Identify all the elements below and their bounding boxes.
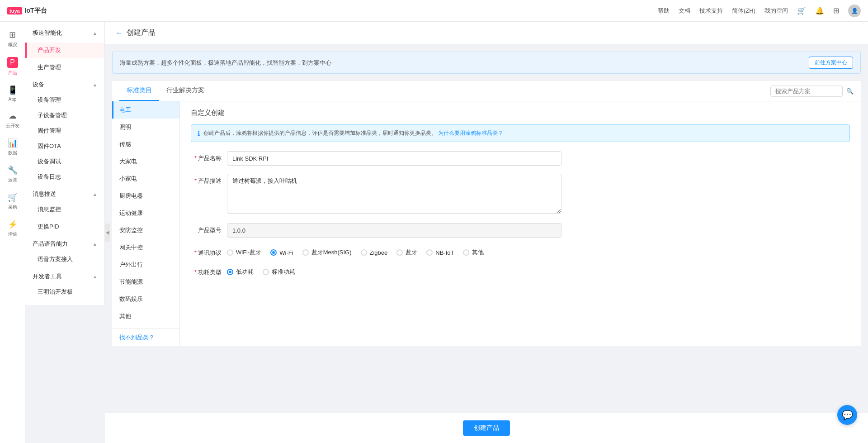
radio-label-ble-mesh: 蓝牙Mesh(SIG) bbox=[311, 248, 352, 257]
section-device-header[interactable]: 设备 ▲ bbox=[25, 77, 104, 92]
sidebar-label-app: App bbox=[9, 97, 17, 102]
form-row-protocol: 通讯协议 WiFi-蓝牙 Wi-Fi bbox=[191, 246, 850, 257]
user-avatar[interactable]: 👤 bbox=[848, 5, 861, 17]
label-power-type: 功耗类型 bbox=[191, 265, 227, 276]
sidebar-item-app[interactable]: 📱 App bbox=[0, 81, 25, 106]
create-product-button[interactable]: 创建产品 bbox=[463, 420, 510, 436]
device-arrow: ▲ bbox=[93, 82, 97, 87]
sidebar-item-ops[interactable]: 🔧 运营 bbox=[0, 161, 25, 188]
input-product-name[interactable] bbox=[227, 151, 561, 166]
bell-icon[interactable]: 🔔 bbox=[815, 6, 824, 15]
input-product-model[interactable] bbox=[227, 223, 561, 238]
section-voice-header[interactable]: 产品语音能力 ▲ bbox=[25, 236, 104, 252]
sidebar-item-device-debug[interactable]: 设备调试 bbox=[25, 154, 104, 169]
form-title: 自定义创建 bbox=[191, 109, 850, 117]
category-item-lighting[interactable]: 照明 bbox=[112, 119, 179, 136]
device-debug-label: 设备调试 bbox=[38, 158, 61, 165]
info-banner-text: 创建产品后，涂鸦将根据你提供的产品信息，评估是否需要增加标准品类，届时通知你更换… bbox=[203, 129, 503, 137]
sidebar-item-value-add[interactable]: ⚡ 增值 bbox=[0, 215, 25, 242]
sidebar-item-production[interactable]: 生产管理 bbox=[25, 60, 104, 75]
app-icon: 📱 bbox=[8, 85, 18, 95]
section-fast-smart-label: 极速智能化 bbox=[33, 29, 62, 37]
radio-protocol-other[interactable]: 其他 bbox=[463, 248, 484, 257]
category-item-sports-health[interactable]: 运动健康 bbox=[112, 205, 179, 222]
category-item-digital[interactable]: 数码娱乐 bbox=[112, 291, 179, 308]
info-banner: ℹ 创建产品后，涂鸦将根据你提供的产品信息，评估是否需要增加标准品类，届时通知你… bbox=[191, 124, 850, 142]
sidebar-item-voice-access[interactable]: 语音方案接入 bbox=[25, 252, 104, 267]
help-link[interactable]: 帮助 bbox=[658, 7, 670, 15]
banner-button[interactable]: 前往方案中心 bbox=[809, 57, 853, 69]
sidebar-item-msg-monitor[interactable]: 消息监控 bbox=[25, 202, 104, 217]
dev-tools-arrow: ▲ bbox=[93, 274, 97, 279]
radio-power-low[interactable]: 低功耗 bbox=[227, 268, 254, 276]
sidebar-item-data[interactable]: 📊 数据 bbox=[0, 133, 25, 161]
sidebar-collapse-toggle[interactable]: ◀ bbox=[105, 224, 110, 242]
sidebar-item-sub-device[interactable]: 子设备管理 bbox=[25, 108, 104, 123]
section-message-header[interactable]: 消息推送 ▲ bbox=[25, 186, 104, 202]
search-icon[interactable]: 🔍 bbox=[846, 88, 854, 95]
section-voice-label: 产品语音能力 bbox=[33, 240, 68, 248]
tech-support-link[interactable]: 技术支持 bbox=[699, 7, 723, 15]
control-product-name bbox=[227, 151, 561, 166]
grid-icon[interactable]: ⊞ bbox=[833, 6, 839, 15]
category-find-link[interactable]: 找不到品类？ bbox=[112, 329, 179, 346]
my-space-link[interactable]: 我的空间 bbox=[764, 7, 788, 15]
second-sidebar: 极速智能化 ▲ 产品开发 生产管理 设备 ▲ bbox=[25, 22, 105, 305]
info-banner-link[interactable]: 为什么要用涂鸦标准品类？ bbox=[438, 130, 503, 136]
tab-industry[interactable]: 行业解决方案 bbox=[159, 81, 212, 101]
category-item-outdoor[interactable]: 户外出行 bbox=[112, 256, 179, 273]
section-dev-tools-header[interactable]: 开发者工具 ▲ bbox=[25, 269, 104, 284]
radio-protocol-bt[interactable]: 蓝牙 bbox=[396, 248, 417, 257]
tabs-right: 🔍 bbox=[763, 86, 861, 97]
sidebar-item-overview[interactable]: ⊞ 概况 bbox=[0, 25, 25, 52]
textarea-product-desc[interactable]: 通过树莓派，接入吐咕机 bbox=[227, 174, 561, 214]
category-item-major-appliance[interactable]: 大家电 bbox=[112, 153, 179, 170]
radio-protocol-ble-mesh[interactable]: 蓝牙Mesh(SIG) bbox=[302, 248, 352, 257]
sidebar-item-purchase[interactable]: 🛒 采购 bbox=[0, 188, 25, 215]
voice-access-label: 语音方案接入 bbox=[38, 256, 73, 262]
category-item-gateway[interactable]: 网关中控 bbox=[112, 239, 179, 256]
category-item-kitchen[interactable]: 厨房电器 bbox=[112, 187, 179, 205]
control-product-model bbox=[227, 223, 561, 238]
search-input[interactable] bbox=[770, 86, 843, 97]
category-item-electrical[interactable]: 电工 bbox=[112, 101, 179, 119]
radio-circle-wifi-bt bbox=[227, 249, 233, 256]
category-item-energy[interactable]: 节能能源 bbox=[112, 273, 179, 291]
left-sidebar: ⊞ 概况 P 产品 📱 App ☁ 云开发 📊 数据 🔧 运营 🛒 采购 ⚡ bbox=[0, 22, 25, 443]
language-switcher[interactable]: 简体(ZH) bbox=[732, 7, 755, 15]
section-replace-pid: 更换PID bbox=[25, 219, 104, 234]
category-item-small-appliance[interactable]: 小家电 bbox=[112, 170, 179, 187]
radio-protocol-wifi-bt[interactable]: WiFi-蓝牙 bbox=[227, 248, 261, 257]
sidebar-item-firmware[interactable]: 固件管理 bbox=[25, 123, 104, 138]
docs-link[interactable]: 文档 bbox=[679, 7, 690, 15]
cart-icon[interactable]: 🛒 bbox=[797, 6, 806, 15]
float-chat-button[interactable]: 💬 bbox=[837, 405, 857, 425]
form-row-power-type: 功耗类型 低功耗 标准功耗 bbox=[191, 265, 850, 276]
category-item-other[interactable]: 其他 bbox=[112, 308, 179, 325]
sidebar-item-device-mgmt[interactable]: 设备管理 bbox=[25, 92, 104, 108]
sidebar-item-product-dev[interactable]: 产品开发 bbox=[25, 43, 104, 58]
radio-group-power: 低功耗 标准功耗 bbox=[227, 265, 561, 276]
sidebar-item-ota[interactable]: 固件OTA bbox=[25, 138, 104, 154]
main-layout: ⊞ 概况 P 产品 📱 App ☁ 云开发 📊 数据 🔧 运营 🛒 采购 ⚡ bbox=[0, 22, 868, 443]
logo[interactable]: tuya IoT平台 bbox=[7, 7, 47, 15]
tabs-left: 标准类目 行业解决方案 bbox=[112, 81, 219, 101]
sidebar-item-sandwich[interactable]: 三明治开发板 bbox=[25, 284, 104, 300]
category-item-security[interactable]: 安防监控 bbox=[112, 222, 179, 239]
radio-circle-wifi bbox=[270, 249, 277, 256]
top-nav-right: 帮助 文档 技术支持 简体(ZH) 我的空间 🛒 🔔 ⊞ 👤 bbox=[658, 5, 861, 17]
sidebar-item-replace-pid[interactable]: 更换PID bbox=[25, 219, 104, 234]
sidebar-item-cloud[interactable]: ☁ 云开发 bbox=[0, 106, 25, 133]
category-item-sensor[interactable]: 传感 bbox=[112, 136, 179, 153]
section-fast-smart-header[interactable]: 极速智能化 ▲ bbox=[25, 25, 104, 41]
category-form-container: 电工 照明 传感 大家电 小家电 厨房电器 运动健康 安防监控 网关中控 户外出… bbox=[112, 101, 861, 346]
radio-power-standard[interactable]: 标准功耗 bbox=[263, 268, 295, 276]
radio-protocol-zigbee[interactable]: Zigbee bbox=[361, 249, 388, 256]
radio-protocol-nb-iot[interactable]: NB-IoT bbox=[426, 249, 454, 256]
tab-standard[interactable]: 标准类目 bbox=[119, 81, 159, 101]
content-wrapper: ← 创建产品 海量成熟方案，超多个性化面板，极速落地产品智能化，找智能方案，到方… bbox=[105, 22, 868, 443]
sidebar-item-device-log[interactable]: 设备日志 bbox=[25, 169, 104, 185]
back-button[interactable]: ← bbox=[116, 29, 123, 37]
radio-protocol-wifi[interactable]: Wi-Fi bbox=[270, 249, 293, 256]
sidebar-item-product[interactable]: P 产品 bbox=[0, 52, 25, 81]
